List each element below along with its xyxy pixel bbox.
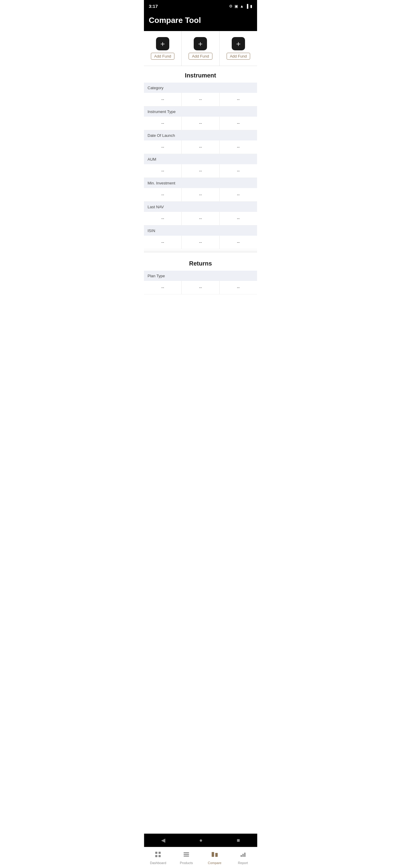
status-time: 3:17 [149, 4, 158, 9]
isin-data-row: -- -- -- [144, 236, 257, 249]
date-launch-label: Date Of Launch [147, 133, 175, 138]
aum-cell-1: -- [144, 164, 182, 178]
add-fund-button-3[interactable]: ＋ [232, 37, 245, 50]
category-cell-2: -- [182, 93, 219, 106]
last-nav-header-row: Last NAV [144, 202, 257, 212]
instrument-type-header-row: Instrument Type [144, 106, 257, 117]
min-investment-cell-3: -- [220, 188, 257, 201]
status-icons: ⚙ ▣ ▲ ▐ ▮ [229, 4, 252, 8]
category-header-row: Category [144, 83, 257, 93]
plus-icon-1: ＋ [159, 40, 166, 47]
add-fund-label-1[interactable]: Add Fund [151, 53, 174, 60]
date-launch-cell-3: -- [220, 141, 257, 154]
isin-cell-2: -- [182, 236, 219, 249]
plan-type-cell-2: -- [182, 281, 219, 294]
instrument-type-cell-1: -- [144, 117, 182, 130]
instrument-type-cell-2: -- [182, 117, 219, 130]
plan-type-header-row: Plan Type [144, 271, 257, 281]
plan-type-data-row: -- -- -- [144, 281, 257, 294]
status-bar: 3:17 ⚙ ▣ ▲ ▐ ▮ [144, 0, 257, 12]
last-nav-label: Last NAV [147, 205, 164, 209]
aum-cell-3: -- [220, 164, 257, 178]
plan-type-cell-1: -- [144, 281, 182, 294]
last-nav-cell-1: -- [144, 212, 182, 225]
aum-label: AUM [147, 157, 156, 161]
signal-icon: ▐ [246, 4, 248, 8]
aum-header-row: AUM [144, 154, 257, 164]
plan-type-label: Plan Type [147, 274, 165, 278]
notification-icon: ▣ [234, 4, 238, 8]
add-fund-label-3[interactable]: Add Fund [227, 53, 250, 60]
settings-icon: ⚙ [229, 4, 233, 8]
min-investment-header-row: Min. Investment [144, 178, 257, 188]
last-nav-data-row: -- -- -- [144, 212, 257, 225]
section-separator [144, 250, 257, 253]
category-cell-3: -- [220, 93, 257, 106]
add-fund-button-2[interactable]: ＋ [194, 37, 207, 50]
plus-icon-2: ＋ [197, 40, 204, 47]
date-launch-cell-1: -- [144, 141, 182, 154]
date-launch-data-row: -- -- -- [144, 141, 257, 154]
date-launch-header-row: Date Of Launch [144, 130, 257, 141]
plan-type-cell-3: -- [220, 281, 257, 294]
instrument-type-data-row: -- -- -- [144, 117, 257, 130]
page-title: Compare Tool [149, 16, 201, 25]
returns-section-title: Returns [144, 254, 257, 271]
add-fund-cell-1: ＋ Add Fund [144, 31, 182, 66]
add-fund-label-2[interactable]: Add Fund [189, 53, 212, 60]
returns-table: Returns Plan Type -- -- -- [144, 254, 257, 294]
isin-header-row: ISIN [144, 225, 257, 236]
wifi-icon: ▲ [240, 4, 244, 8]
page-header: Compare Tool [144, 12, 257, 31]
instrument-type-cell-3: -- [220, 117, 257, 130]
category-label: Category [147, 86, 164, 90]
aum-cell-2: -- [182, 164, 219, 178]
battery-icon: ▮ [250, 4, 252, 8]
min-investment-label: Min. Investment [147, 181, 175, 185]
main-content: ＋ Add Fund ＋ Add Fund ＋ Add Fund Instrum… [144, 31, 257, 334]
isin-label: ISIN [147, 228, 155, 233]
aum-data-row: -- -- -- [144, 164, 257, 178]
instrument-type-label: Instrument Type [147, 110, 176, 114]
instrument-table: Instrument Category -- -- -- Instrument … [144, 66, 257, 249]
add-fund-cell-3: ＋ Add Fund [220, 31, 257, 66]
add-fund-cell-2: ＋ Add Fund [182, 31, 219, 66]
isin-cell-3: -- [220, 236, 257, 249]
min-investment-cell-1: -- [144, 188, 182, 201]
last-nav-cell-2: -- [182, 212, 219, 225]
last-nav-cell-3: -- [220, 212, 257, 225]
min-investment-cell-2: -- [182, 188, 219, 201]
isin-cell-1: -- [144, 236, 182, 249]
plus-icon-3: ＋ [235, 40, 242, 47]
add-fund-button-1[interactable]: ＋ [156, 37, 169, 50]
category-cell-1: -- [144, 93, 182, 106]
min-investment-data-row: -- -- -- [144, 188, 257, 202]
category-data-row: -- -- -- [144, 93, 257, 106]
instrument-section-title: Instrument [144, 66, 257, 83]
add-fund-row: ＋ Add Fund ＋ Add Fund ＋ Add Fund [144, 31, 257, 66]
date-launch-cell-2: -- [182, 141, 219, 154]
